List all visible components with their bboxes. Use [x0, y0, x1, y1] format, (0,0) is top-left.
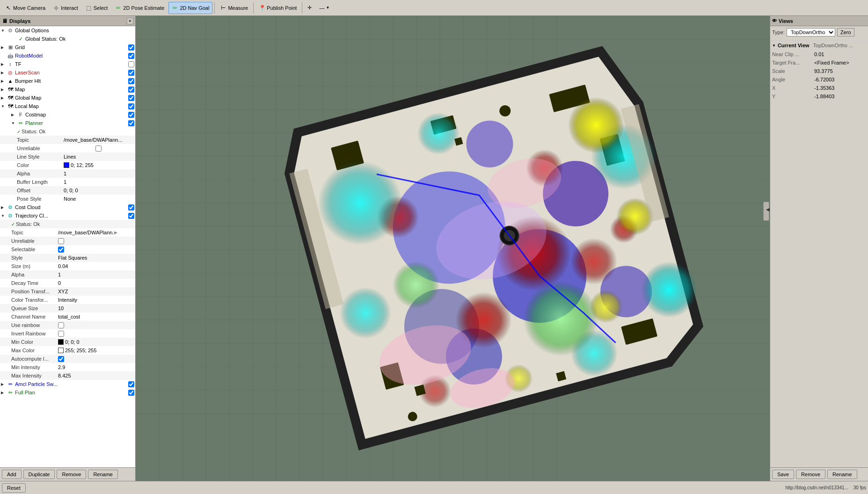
- map-visualization: ◀: [136, 16, 770, 481]
- move-camera-button[interactable]: ↖ Move Camera: [2, 2, 49, 14]
- rename-button[interactable]: Rename: [88, 470, 118, 479]
- planner-posestyle-value: None: [64, 196, 133, 202]
- tree-item-map[interactable]: 🗺 Map: [0, 85, 135, 94]
- tree-item-laserscan[interactable]: ◎ LaserScan: [0, 68, 135, 77]
- tf-checkbox[interactable]: [128, 61, 134, 67]
- nav-drop-btn[interactable]: — ▼: [316, 2, 333, 14]
- view-x-label: X: [772, 85, 814, 91]
- move-cross-icon: ✛: [307, 5, 312, 11]
- displays-header: 🖥 Displays ✕: [0, 16, 135, 26]
- views-save-button[interactable]: Save: [772, 470, 794, 479]
- views-zero-button[interactable]: Zero: [837, 28, 854, 36]
- tree-item-full-plan[interactable]: ✏ Full Plan: [0, 388, 135, 397]
- traj-usebow-label: Use rainbow: [11, 322, 58, 328]
- planner-status-icon: ✓: [17, 129, 21, 134]
- interact-button[interactable]: ⊹ Interact: [50, 2, 81, 14]
- measure-icon: ⊢: [220, 5, 226, 11]
- traj-status-row: ✓ Status: Ok: [0, 220, 135, 228]
- grid-checkbox[interactable]: [128, 44, 134, 51]
- toolbar: ↖ Move Camera ⊹ Interact ⬚ Select ✏ 2D P…: [0, 0, 868, 16]
- view-angle-label: Angle: [772, 77, 814, 82]
- planner-alpha-row: Alpha 1: [0, 169, 135, 178]
- traj-size-value: 0.04: [58, 263, 133, 269]
- traj-mincol-label: Min Color: [11, 339, 58, 345]
- displays-monitor-icon: 🖥: [2, 18, 7, 24]
- views-title: Views: [779, 18, 793, 24]
- planner-checkbox[interactable]: [128, 120, 134, 126]
- cost-cloud-checkbox[interactable]: [128, 204, 134, 211]
- publish-point-button[interactable]: 📍 Publish Point: [255, 2, 300, 14]
- viewport[interactable]: ◀: [136, 16, 770, 481]
- current-view-arrow: ▼: [772, 44, 776, 48]
- tree-item-grid[interactable]: ⊞ Grid: [0, 43, 135, 51]
- views-rename-button[interactable]: Rename: [827, 470, 857, 479]
- view-scale-label: Scale: [772, 68, 814, 74]
- tree-item-costmap[interactable]: F Costmap: [0, 110, 135, 119]
- views-type-select[interactable]: TopDownOrtho Orbit FPS: [787, 28, 835, 36]
- costmap-checkbox[interactable]: [128, 112, 134, 118]
- local-map-checkbox[interactable]: [128, 103, 134, 109]
- tree-item-local-map[interactable]: 🗺 Local Map: [0, 102, 135, 110]
- traj-unreliable-checkbox[interactable]: [58, 238, 64, 244]
- duplicate-button[interactable]: Duplicate: [23, 470, 55, 479]
- full-plan-checkbox[interactable]: [128, 390, 134, 396]
- views-remove-button[interactable]: Remove: [796, 470, 825, 479]
- select-button[interactable]: ⬚ Select: [82, 2, 111, 14]
- laserscan-checkbox[interactable]: [128, 70, 134, 76]
- laserscan-icon: ◎: [7, 69, 14, 76]
- traj-usebow-checkbox[interactable]: [58, 322, 64, 328]
- views-header: 👁 Views: [770, 16, 868, 26]
- move-icon-btn[interactable]: ✛: [304, 2, 315, 14]
- tree-item-amcl[interactable]: ✏ Amcl Particle Sw...: [0, 380, 135, 388]
- remove-button[interactable]: Remove: [57, 470, 86, 479]
- traj-alpha-row: Alpha 1: [0, 270, 135, 279]
- full-plan-label: Full Plan: [15, 390, 127, 395]
- tree-item-global-status[interactable]: ✓ Global Status: Ok: [0, 35, 135, 43]
- planner-unreliable-checkbox[interactable]: [64, 145, 133, 152]
- global-map-label: Global Map: [15, 95, 127, 101]
- traj-invertbow-checkbox[interactable]: [58, 331, 64, 337]
- toolbar-separator-3: [302, 2, 302, 14]
- tree-item-cost-cloud[interactable]: ⚙ Cost Cloud: [0, 203, 135, 211]
- robotmodel-checkbox[interactable]: [128, 53, 134, 59]
- bumper-checkbox[interactable]: [128, 78, 134, 84]
- current-view-section: ▼ Current View TopDownOrtho ... Near Cli…: [770, 41, 868, 467]
- tree-item-global-options[interactable]: ⚙ Global Options: [0, 26, 135, 35]
- displays-title: Displays: [9, 18, 30, 24]
- traj-maxcol-swatch: [58, 348, 64, 353]
- planner-alpha-label: Alpha: [17, 171, 64, 176]
- 2d-pose-button[interactable]: ✏ 2D Pose Estimate: [112, 2, 168, 14]
- global-map-checkbox[interactable]: [128, 95, 134, 101]
- planner-icon: ✏: [17, 120, 24, 126]
- bumper-icon: ▲: [7, 78, 14, 84]
- trajectory-cl-icon: ⚙: [7, 212, 14, 219]
- map-checkbox[interactable]: [128, 87, 134, 93]
- tree-item-global-map[interactable]: 🗺 Global Map: [0, 94, 135, 102]
- left-panel: 🖥 Displays ✕ ⚙ Global Options ✓ Global S…: [0, 16, 136, 481]
- tree-item-bumper-hlt[interactable]: ▲ Bumper Hlt: [0, 77, 135, 85]
- trajectory-cl-checkbox[interactable]: [128, 213, 134, 219]
- tree-item-robotmodel[interactable]: 🤖 RobotModel: [0, 51, 135, 60]
- view-target-frame-value: <Fixed Frame>: [814, 60, 866, 65]
- traj-minint-value: 2.9: [58, 364, 133, 370]
- traj-pos-transf-value: XYZ: [58, 289, 133, 294]
- planner-topic-label: Topic: [17, 137, 64, 143]
- tree-item-trajectory-cl[interactable]: ⚙ Trajectory Cl...: [0, 211, 135, 220]
- planner-arrow: [11, 121, 17, 125]
- add-button[interactable]: Add: [2, 470, 22, 479]
- traj-style-row: Style Flat Squares: [0, 254, 135, 262]
- reset-button[interactable]: Reset: [2, 483, 26, 493]
- 2d-nav-button[interactable]: ✏ 2D Nav Goal: [168, 2, 212, 14]
- traj-status-label: Status: Ok: [16, 221, 40, 227]
- traj-selectable-checkbox[interactable]: [58, 247, 64, 253]
- planner-offset-label: Offset: [17, 188, 64, 193]
- tree-item-tf[interactable]: ↕ TF: [0, 60, 135, 68]
- amcl-checkbox[interactable]: [128, 381, 134, 387]
- traj-decay-value: 0: [58, 280, 133, 286]
- local-map-label: Local Map: [15, 103, 127, 109]
- measure-button[interactable]: ⊢ Measure: [217, 2, 251, 14]
- tree-item-planner[interactable]: ✏ Planner: [0, 119, 135, 127]
- displays-close-button[interactable]: ✕: [127, 18, 133, 24]
- traj-autocompute-checkbox[interactable]: [58, 356, 64, 362]
- traj-alpha-label: Alpha: [11, 272, 58, 277]
